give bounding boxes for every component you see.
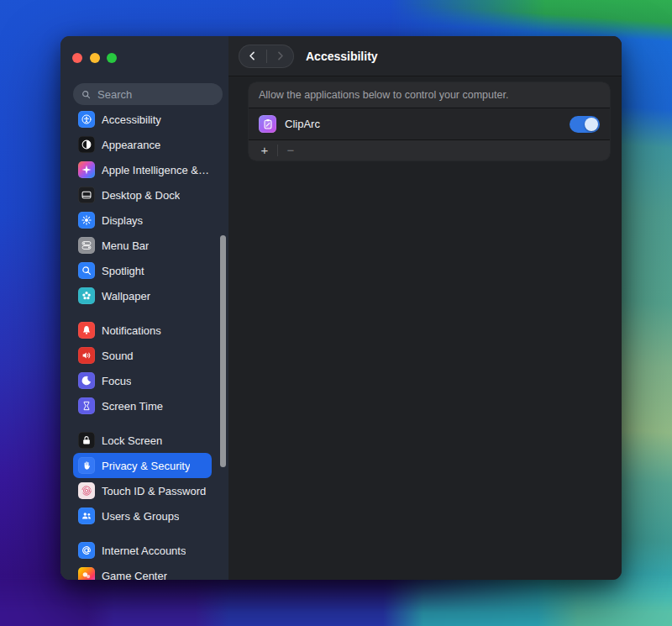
sidebar-item-label: Sound	[102, 350, 134, 362]
sidebar-item-label: Menu Bar	[102, 239, 149, 252]
sidebar-item-label: Spotlight	[102, 265, 144, 277]
sidebar-item-label: Apple Intelligence &…	[102, 164, 209, 176]
page-title: Accessibility	[306, 50, 378, 63]
search-icon	[81, 89, 92, 100]
hourglass-icon	[78, 397, 95, 414]
gamecenter-icon	[78, 567, 95, 580]
close-button[interactable]	[72, 53, 82, 63]
at-icon	[78, 542, 95, 559]
navigation-pill	[239, 45, 294, 68]
zoom-button[interactable]	[107, 53, 117, 63]
remove-app-button[interactable]: −	[281, 141, 300, 160]
content-header: Accessibility	[228, 36, 622, 76]
contrast-icon	[78, 136, 95, 153]
app-permissions-group: Allow the applications below to control …	[249, 82, 610, 160]
people-icon	[78, 508, 95, 524]
sidebar-item-menu-bar[interactable]: Menu Bar	[73, 233, 212, 258]
sidebar-item-label: Screen Time	[102, 400, 163, 413]
permissions-description: Allow the applications below to control …	[249, 82, 610, 108]
forward-button[interactable]	[267, 45, 295, 68]
sidebar-item-label: Privacy & Security	[102, 460, 190, 472]
bell-icon	[78, 322, 95, 339]
sidebar: AccessibilityAppearanceApple Intelligenc…	[60, 36, 228, 580]
sidebar-item-label: Touch ID & Password	[102, 485, 206, 497]
search-input[interactable]	[96, 87, 200, 102]
sidebar-scrollbar[interactable]	[220, 235, 226, 467]
sidebar-item-label: Appearance	[102, 139, 160, 151]
search-field[interactable]	[73, 83, 223, 105]
sidebar-item-game-center[interactable]: Game Center	[73, 563, 212, 580]
clipboard-app-icon	[259, 115, 276, 133]
sidebar-item-label: Accessibility	[102, 113, 161, 126]
lock-icon	[78, 432, 95, 449]
sidebar-item-users-groups[interactable]: Users & Groups	[73, 503, 212, 529]
toggle-knob	[585, 118, 598, 131]
footer-divider	[277, 145, 278, 156]
sidebar-item-touch-id-password[interactable]: Touch ID & Password	[73, 478, 212, 503]
sidebar-item-lock-screen[interactable]: Lock Screen	[73, 428, 212, 453]
content-body: Allow the applications below to control …	[228, 76, 622, 160]
group-footer: + −	[249, 140, 610, 160]
sidebar-item-screen-time[interactable]: Screen Time	[73, 393, 212, 418]
sidebar-item-displays[interactable]: Displays	[73, 208, 212, 233]
sidebar-item-label: Focus	[102, 375, 131, 387]
sparkle-icon	[78, 161, 95, 178]
magnifier-icon	[78, 262, 95, 279]
app-permission-toggle[interactable]	[570, 116, 600, 133]
traffic-lights	[72, 53, 117, 63]
hand-icon	[78, 457, 95, 474]
sidebar-item-accessibility[interactable]: Accessibility	[73, 107, 212, 132]
sidebar-item-label: Desktop & Dock	[102, 189, 180, 202]
content-pane: Accessibility Allow the applications bel…	[228, 36, 622, 580]
sun-icon	[78, 212, 95, 229]
sidebar-item-focus[interactable]: Focus	[73, 368, 212, 393]
fingerprint-icon	[78, 482, 95, 499]
sidebar-item-apple-intelligence[interactable]: Apple Intelligence &…	[73, 157, 212, 182]
app-row-cliparc: ClipArc	[249, 108, 610, 140]
window-icon	[78, 187, 95, 203]
flower-icon	[78, 287, 95, 304]
sidebar-item-spotlight[interactable]: Spotlight	[73, 258, 212, 283]
menubar-icon	[78, 237, 95, 254]
sidebar-item-privacy-security[interactable]: Privacy & Security	[73, 453, 212, 478]
sidebar-item-label: Wallpaper	[102, 290, 150, 302]
sidebar-item-label: Users & Groups	[102, 510, 179, 523]
sidebar-item-label: Notifications	[102, 324, 161, 337]
sidebar-item-label: Internet Accounts	[102, 544, 186, 557]
sidebar-item-notifications[interactable]: Notifications	[73, 318, 212, 343]
sidebar-item-sound[interactable]: Sound	[73, 343, 212, 368]
sidebar-item-label: Displays	[102, 214, 143, 227]
back-button[interactable]	[239, 45, 266, 68]
wallpaper-gradient-bottom	[0, 574, 672, 626]
minimize-button[interactable]	[90, 53, 100, 63]
sidebar-item-internet-accounts[interactable]: Internet Accounts	[73, 538, 212, 563]
app-rows: ClipArc	[249, 108, 610, 140]
sidebar-item-wallpaper[interactable]: Wallpaper	[73, 283, 212, 308]
sidebar-item-label: Lock Screen	[102, 434, 162, 447]
speaker-icon	[78, 347, 95, 364]
app-name: ClipArc	[285, 118, 320, 130]
moon-icon	[78, 372, 95, 389]
sidebar-item-label: Game Center	[102, 570, 167, 581]
sidebar-item-desktop-dock[interactable]: Desktop & Dock	[73, 182, 212, 208]
system-settings-window: AccessibilityAppearanceApple Intelligenc…	[60, 36, 622, 580]
add-app-button[interactable]: +	[255, 141, 274, 160]
sidebar-item-appearance[interactable]: Appearance	[73, 132, 212, 157]
sidebar-groups: AccessibilityAppearanceApple Intelligenc…	[60, 107, 228, 580]
accessibility-icon	[78, 111, 95, 128]
